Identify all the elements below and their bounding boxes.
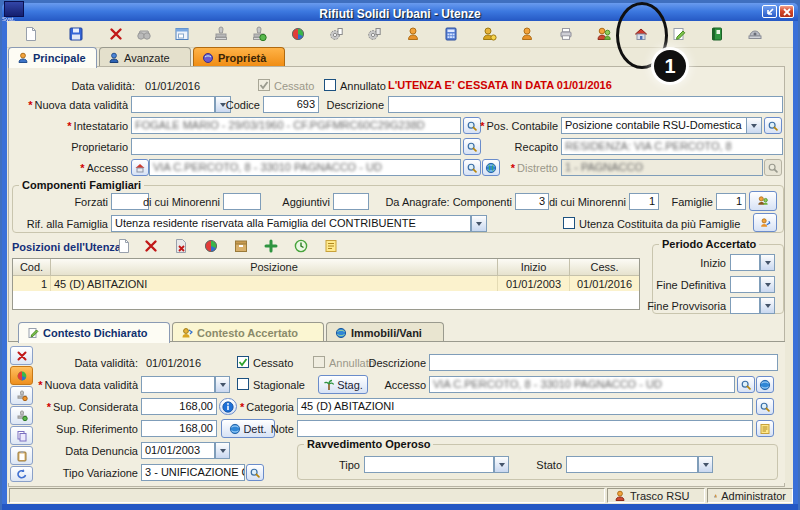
pos-contabile-dropdown-button[interactable] <box>746 117 762 134</box>
ctx-nuova-data-dropdown[interactable] <box>215 376 230 393</box>
pos-contabile-search-button[interactable] <box>764 117 782 134</box>
search-button[interactable] <box>135 25 153 43</box>
contesto-undo-button[interactable] <box>10 466 33 482</box>
surveillance-button[interactable] <box>746 25 764 43</box>
contesto-stamp-orange-button[interactable] <box>10 386 33 405</box>
posizione-history-button[interactable] <box>292 237 310 255</box>
col-cess[interactable]: Cess. <box>570 259 639 276</box>
note-input[interactable] <box>297 420 753 437</box>
calculation-button[interactable] <box>442 25 460 43</box>
save-button[interactable] <box>67 25 85 43</box>
rav-stato-dropdown[interactable] <box>698 456 713 473</box>
stag-button[interactable]: Stag. <box>318 375 368 394</box>
periodo-inizio-input[interactable] <box>730 254 760 271</box>
fine-provvisoria-input[interactable] <box>730 297 760 314</box>
rav-stato-select[interactable] <box>566 456 698 473</box>
desktop-icon[interactable] <box>4 1 24 17</box>
ctx-descrizione-input[interactable] <box>429 354 778 371</box>
piu-famiglie-button[interactable] <box>753 213 777 232</box>
proprietario-input[interactable] <box>131 138 461 155</box>
col-inizio[interactable]: Inizio <box>498 259 570 276</box>
subject-button[interactable] <box>404 25 422 43</box>
accesso-search-button[interactable] <box>463 159 481 176</box>
intestatario-input[interactable]: FOGALE MARIO - 29/03/1960 - CF.PGFMRC60C… <box>131 117 461 134</box>
ctx-cessato-checkbox[interactable] <box>237 356 249 368</box>
fine-definitiva-input[interactable] <box>730 276 760 293</box>
posizione-delete-button[interactable] <box>142 237 160 255</box>
row-cod[interactable]: 1 <box>13 276 51 291</box>
cessato-checkbox[interactable] <box>258 79 270 91</box>
tab-immobili-vani[interactable]: Immobili/Vani <box>326 322 444 342</box>
contesto-paste-button[interactable] <box>10 446 33 465</box>
tab-contesto-accertato[interactable]: Contesto Accertato <box>172 322 324 342</box>
row-inizio[interactable]: 01/01/2003 <box>498 276 570 291</box>
codice-input[interactable]: 693 <box>263 96 319 113</box>
fine-provvisoria-dropdown[interactable] <box>760 297 775 314</box>
ctx-accesso-input[interactable]: VIA C.PERCOTO, 8 - 33010 PAGNACCO - UD <box>429 376 735 393</box>
export-button[interactable] <box>327 25 345 43</box>
famiglie-detail-button[interactable] <box>749 191 777 211</box>
sup-considerata-info-button[interactable] <box>219 398 237 415</box>
new-record-button[interactable] <box>22 25 40 43</box>
tab-principale[interactable]: Principale <box>8 47 97 68</box>
globe-button[interactable] <box>289 25 307 43</box>
rav-tipo-select[interactable] <box>364 456 494 473</box>
ctx-accesso-map-button[interactable] <box>756 376 774 393</box>
piu-famiglie-checkbox[interactable] <box>563 217 575 229</box>
family-button[interactable] <box>595 25 613 43</box>
tipo-variazione-search-button[interactable] <box>246 464 264 481</box>
sup-riferimento-input[interactable]: 168,00 <box>141 420 217 437</box>
contesto-globe-button[interactable] <box>10 366 33 385</box>
rif-famiglia-select[interactable]: Utenza residente riservata alla Famiglia… <box>111 215 471 232</box>
accesso-input[interactable]: VIA C.PERCOTO, 8 - 33010 PAGNACCO - UD <box>149 159 461 176</box>
intestatario-search-button[interactable] <box>463 117 481 134</box>
da-anagrafe-input[interactable]: 3 <box>515 193 549 210</box>
note-button[interactable] <box>756 420 774 437</box>
minorenni-input[interactable] <box>223 193 261 210</box>
debtor-button[interactable] <box>480 25 498 43</box>
annullato-checkbox[interactable] <box>324 79 336 91</box>
col-cod[interactable]: Cod. <box>13 259 51 276</box>
posizione-new-button[interactable] <box>115 237 133 255</box>
delete-button[interactable] <box>107 25 125 43</box>
form-view-button[interactable] <box>173 25 191 43</box>
tab-proprieta[interactable]: Proprietà <box>193 47 285 67</box>
famiglie-input[interactable]: 1 <box>716 193 746 210</box>
person-button[interactable] <box>518 25 536 43</box>
row-posizione[interactable]: 45 (D) ABITAZIONI <box>51 276 498 291</box>
pos-contabile-select[interactable]: Posizione contabile RSU-Domestica <box>561 117 747 134</box>
row-cess[interactable]: 01/01/2016 <box>570 276 639 291</box>
contesto-stamp-green-button[interactable] <box>10 406 33 425</box>
sup-considerata-input[interactable]: 168,00 <box>141 398 217 415</box>
proprietario-search-button[interactable] <box>463 138 481 155</box>
stamp-button[interactable] <box>212 25 230 43</box>
posizione-archive-button[interactable] <box>232 237 250 255</box>
rif-famiglia-dropdown-button[interactable] <box>471 215 487 232</box>
fine-definitiva-dropdown[interactable] <box>760 276 775 293</box>
posizione-note-button[interactable] <box>322 237 340 255</box>
rav-tipo-dropdown[interactable] <box>494 456 509 473</box>
posizione-remove-doc-button[interactable] <box>172 237 190 255</box>
ctx-stagionale-checkbox[interactable] <box>237 378 249 390</box>
posizioni-table[interactable]: Cod. Posizione Inizio Cess. 1 45 (D) ABI… <box>12 258 640 310</box>
aggiuntivi-input[interactable] <box>333 193 369 210</box>
contesto-delete-button[interactable] <box>10 346 33 365</box>
descrizione-input[interactable] <box>388 96 783 113</box>
stamp-approve-button[interactable] <box>250 25 268 43</box>
posizione-add-button[interactable] <box>262 237 280 255</box>
recapito-input[interactable]: RESIDENZA: VIA C.PERCOTO, 8 <box>561 138 783 155</box>
nuova-data-input[interactable] <box>131 96 215 113</box>
print-button[interactable] <box>557 25 575 43</box>
close-window-button[interactable] <box>779 5 794 18</box>
tipo-variazione-input[interactable]: 3 - UNIFICAZIONE CATEGORI <box>141 464 245 481</box>
categoria-input[interactable]: 45 (D) ABITAZIONI <box>297 398 753 415</box>
minorenni2-input[interactable]: 1 <box>629 193 659 210</box>
accesso-home-button[interactable] <box>131 159 149 176</box>
edit-note-button[interactable] <box>670 25 688 43</box>
ctx-nuova-data-input[interactable] <box>141 376 215 393</box>
tab-avanzate[interactable]: Avanzate <box>99 47 191 67</box>
restore-window-button[interactable] <box>762 5 777 18</box>
periodo-inizio-dropdown[interactable] <box>760 254 775 271</box>
col-posizione[interactable]: Posizione <box>51 259 498 276</box>
tab-contesto-dichiarato[interactable]: Contesto Dichiarato <box>18 322 170 343</box>
